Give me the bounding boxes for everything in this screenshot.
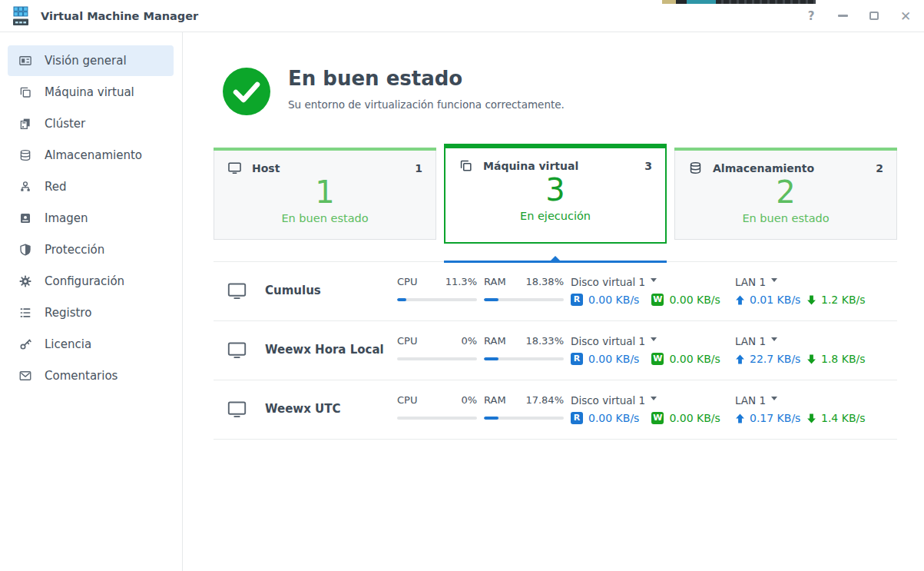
disk-selector[interactable]: Disco virtual 1	[571, 394, 720, 407]
ram-value: 18.38%	[525, 276, 564, 288]
card-title: Host	[252, 162, 280, 174]
disk-selector-label: Disco virtual 1	[571, 335, 645, 347]
chevron-down-icon	[771, 337, 777, 341]
lan-download-value: 1.2 KB/s	[821, 294, 866, 306]
cpu-value: 11.3%	[445, 276, 477, 288]
read-badge: R	[571, 353, 583, 365]
sidebar-item-licencia[interactable]: Licencia	[8, 329, 174, 360]
sidebar-item-label: Almacenamiento	[45, 148, 142, 162]
sidebar-item-label: Imagen	[45, 211, 88, 225]
shield-icon	[18, 243, 32, 257]
status-title: En buen estado	[288, 68, 565, 90]
sidebar-item-registro[interactable]: Registro	[8, 297, 174, 328]
download-icon	[806, 413, 816, 423]
titlebar: Virtual Machine Manager ? ✕	[0, 0, 924, 32]
write-badge: W	[651, 353, 664, 365]
vm-row-cumulus[interactable]: Cumulus CPU 11.3% RAM 18.38% Disco virtu…	[214, 262, 897, 321]
disk-write-value: 0.00 KB/s	[669, 294, 720, 306]
download-icon	[806, 295, 816, 305]
vm-name: Weewx UTC	[265, 402, 341, 416]
virtual-machine-card[interactable]: Máquina virtual 3 3 En ejecución	[444, 144, 667, 244]
storage-card[interactable]: Almacenamiento 2 2 En buen estado	[674, 148, 897, 240]
cpu-metric: CPU 0%	[397, 321, 477, 360]
help-button[interactable]: ?	[803, 8, 820, 25]
sidebar-item-label: Red	[45, 180, 67, 194]
card-count: 2	[876, 162, 883, 174]
lan-upload-value: 0.01 KB/s	[750, 294, 806, 306]
sidebar-item-comentarios[interactable]: Comentarios	[8, 360, 174, 391]
sidebar-item-configuracion[interactable]: Configuración	[8, 266, 174, 297]
disk-write-value: 0.00 KB/s	[669, 353, 720, 365]
disk-selector[interactable]: Disco virtual 1	[571, 276, 720, 288]
cpu-label: CPU	[397, 335, 417, 347]
vm-name: Weewx Hora Local	[265, 343, 384, 357]
minimize-button[interactable]	[834, 8, 851, 25]
lan-selector[interactable]: LAN 1	[735, 335, 866, 347]
vm-list: Cumulus CPU 11.3% RAM 18.38% Disco virtu…	[214, 261, 897, 440]
lan-metric: LAN 1 0.17 KB/s 1.4 KB/s	[735, 380, 866, 424]
sidebar-item-proteccion[interactable]: Protección	[8, 234, 174, 265]
read-badge: R	[571, 412, 583, 424]
disk-read-value: 0.00 KB/s	[588, 353, 639, 365]
ram-metric: RAM 17.84%	[484, 380, 564, 420]
disk-selector[interactable]: Disco virtual 1	[571, 335, 720, 347]
sidebar-item-vision-general[interactable]: Visión general	[8, 45, 174, 76]
sidebar-item-label: Máquina virtual	[45, 85, 134, 99]
card-title: Almacenamiento	[713, 162, 814, 174]
vm-row-weewx-hora-local[interactable]: Weewx Hora Local CPU 0% RAM 18.33% Disco…	[214, 321, 897, 380]
card-status: En buen estado	[214, 212, 436, 224]
storage-icon	[688, 161, 703, 175]
lan-selector-label: LAN 1	[735, 335, 766, 347]
disk-selector-label: Disco virtual 1	[571, 394, 645, 407]
write-badge: W	[651, 412, 664, 424]
lan-selector-label: LAN 1	[735, 276, 766, 288]
lan-upload-value: 22.7 KB/s	[750, 353, 806, 365]
cpu-progressbar	[397, 417, 477, 420]
maximize-button[interactable]	[866, 8, 883, 25]
cpu-progressbar	[397, 357, 477, 360]
host-card[interactable]: Host 1 1 En buen estado	[214, 148, 436, 240]
sidebar-item-label: Licencia	[45, 337, 91, 351]
sidebar-item-cluster[interactable]: Clúster	[8, 108, 174, 139]
ram-label: RAM	[484, 394, 506, 407]
close-button[interactable]: ✕	[897, 8, 914, 25]
lan-metric: LAN 1 22.7 KB/s 1.8 KB/s	[735, 321, 866, 365]
vm-name: Cumulus	[265, 284, 321, 297]
overview-icon	[18, 54, 32, 68]
cpu-value: 0%	[461, 335, 477, 347]
vm-row-weewx-utc[interactable]: Weewx UTC CPU 0% RAM 17.84% Disco virtua…	[214, 380, 897, 440]
indicator-caret-icon	[551, 256, 560, 261]
disk-metric: Disco virtual 1 R 0.00 KB/s W 0.00 KB/s	[571, 262, 720, 306]
lan-selector[interactable]: LAN 1	[735, 394, 866, 407]
network-icon	[18, 180, 32, 194]
upload-icon	[735, 295, 745, 305]
lan-upload-value: 0.17 KB/s	[750, 412, 806, 424]
download-icon	[806, 354, 816, 364]
lan-selector[interactable]: LAN 1	[735, 276, 866, 288]
sidebar: Visión general Máquina virtual Clúster	[0, 32, 183, 571]
image-icon	[18, 211, 32, 225]
chevron-down-icon	[651, 278, 657, 282]
health-status-header: En buen estado Su entorno de virtualizac…	[223, 68, 897, 115]
sidebar-item-label: Comentarios	[45, 369, 118, 383]
vmm-app-icon	[9, 5, 32, 28]
disk-read-value: 0.00 KB/s	[588, 412, 639, 424]
sidebar-item-maquina-virtual[interactable]: Máquina virtual	[8, 77, 174, 108]
sidebar-item-red[interactable]: Red	[8, 171, 174, 202]
card-big-number: 1	[214, 176, 436, 208]
ram-progressbar	[484, 357, 564, 360]
sidebar-item-label: Visión general	[45, 54, 127, 68]
ram-metric: RAM 18.38%	[484, 262, 564, 301]
window-controls: ? ✕	[803, 8, 924, 25]
log-list-icon	[18, 306, 32, 320]
sidebar-item-almacenamiento[interactable]: Almacenamiento	[8, 140, 174, 171]
sidebar-item-label: Registro	[45, 306, 91, 320]
sidebar-item-imagen[interactable]: Imagen	[8, 203, 174, 234]
health-check-icon	[223, 68, 270, 115]
mail-icon	[18, 369, 32, 383]
ram-metric: RAM 18.33%	[484, 321, 564, 360]
upload-icon	[735, 354, 745, 364]
chevron-down-icon	[651, 397, 657, 400]
monitor-icon	[227, 340, 247, 360]
sidebar-item-label: Configuración	[45, 274, 124, 288]
